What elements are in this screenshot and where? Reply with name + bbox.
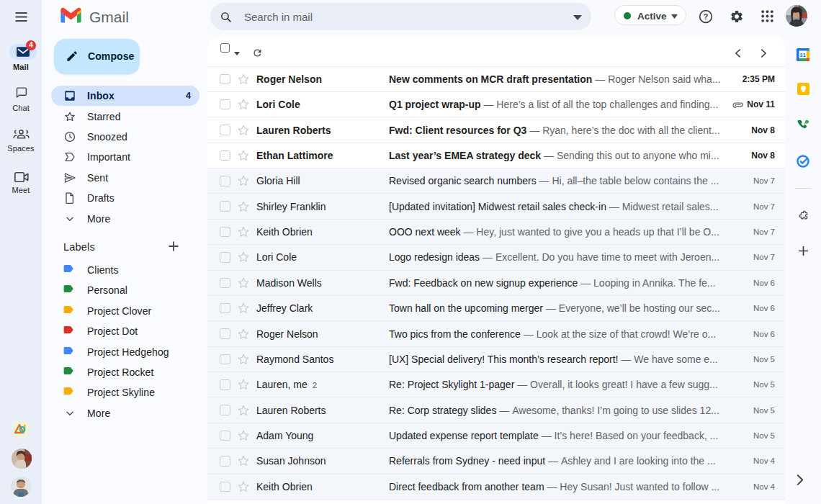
svg-text:31: 31 [799,52,806,58]
svg-text:?: ? [704,12,709,21]
